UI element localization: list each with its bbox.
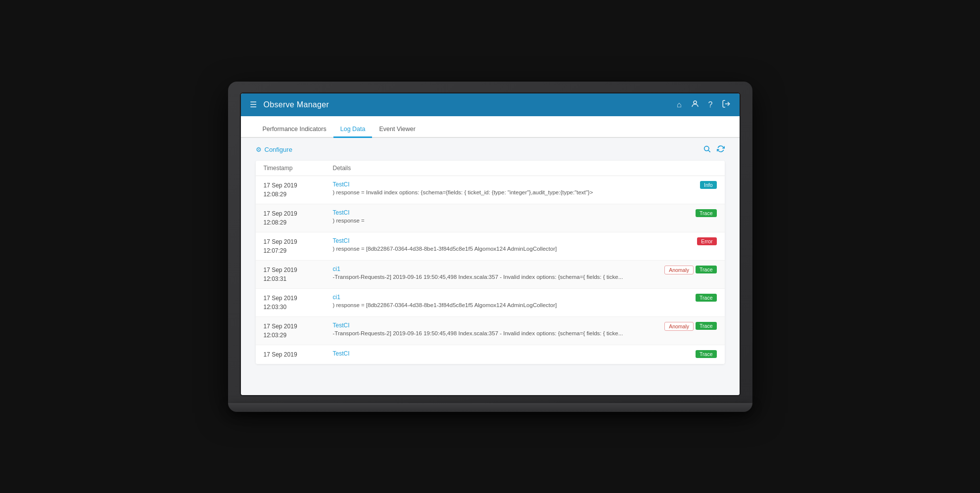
timestamp-cell: 17 Sep 2019 12:07:29 [264,237,333,255]
table-row: 17 Sep 2019 12:03:30 ci1 ) response = [8… [256,289,725,317]
hamburger-menu-icon[interactable]: ☰ [250,100,257,109]
top-navigation: ☰ Observe Manager ⌂ ? [241,93,740,116]
timestamp-time: 12:03:30 [264,303,333,312]
timestamp-cell: 17 Sep 2019 12:03:29 [264,322,333,340]
details-cell: ci1 ) response = [8db22867-0364-4d38-8be… [333,294,657,309]
timestamp-date: 17 Sep 2019 [264,322,333,331]
details-text: ) response = [333,218,365,224]
table-row: 17 Sep 2019 TestCI Trace [256,345,725,364]
timestamp-date: 17 Sep 2019 [264,209,333,218]
logout-icon[interactable] [722,99,731,110]
home-icon[interactable]: ⌂ [677,100,682,109]
col-badges [667,165,717,172]
details-text: -Transport-Requests-2] 2019-09-16 19:50:… [333,330,623,336]
refresh-icon[interactable] [717,145,725,155]
details-cell: TestCI ) response = [333,209,657,224]
table-row: 17 Sep 2019 12:03:31 ci1 -Transport-Requ… [256,261,725,289]
details-text: ) response = [8db22867-0364-4d38-8be1-3f… [333,246,557,252]
table-row: 17 Sep 2019 12:08:29 TestCI ) response =… [256,204,725,232]
table-row: 17 Sep 2019 12:08:29 TestCI ) response =… [256,176,725,204]
details-link[interactable]: ci1 [333,266,652,272]
badge-anomaly: Anomaly [664,266,694,274]
badge-trace: Trace [696,322,716,330]
laptop-base [228,403,752,412]
badge-cell: AnomalyTrace [657,322,717,331]
log-table: Timestamp Details 17 Sep 2019 12:08:29 T… [256,161,725,364]
timestamp-cell: 17 Sep 2019 12:08:29 [264,181,333,199]
badge-error: Error [697,237,716,245]
content-area: ⚙ Configure [241,138,740,395]
badge-cell: AnomalyTrace [657,266,717,274]
configure-button[interactable]: ⚙ Configure [256,146,292,153]
badge-cell: Info [657,181,717,189]
toolbar: ⚙ Configure [256,145,725,155]
tab-event-viewer[interactable]: Event Viewer [372,121,422,138]
details-cell: TestCI [333,350,657,358]
details-cell: ci1 -Transport-Requests-2] 2019-09-16 19… [333,266,657,280]
svg-point-0 [694,101,697,104]
badge-cell: Error [657,237,717,245]
details-link[interactable]: TestCI [333,350,652,357]
details-link[interactable]: TestCI [333,181,652,188]
timestamp-cell: 17 Sep 2019 12:03:31 [264,266,333,283]
details-text: ) response = Invalid index options: {sch… [333,189,593,195]
tab-log-data[interactable]: Log Data [333,121,373,138]
details-cell: TestCI ) response = Invalid index option… [333,181,657,196]
timestamp-cell: 17 Sep 2019 [264,350,333,359]
badge-trace: Trace [696,266,716,273]
badge-cell: Trace [657,209,717,217]
timestamp-time: 12:07:29 [264,246,333,255]
details-text: -Transport-Requests-2] 2019-09-16 19:50:… [333,274,623,280]
badge-trace: Trace [696,294,716,302]
details-link[interactable]: ci1 [333,294,652,301]
table-row: 17 Sep 2019 12:03:29 TestCI -Transport-R… [256,317,725,345]
badge-info: Info [700,181,717,189]
details-cell: TestCI -Transport-Requests-2] 2019-09-16… [333,322,657,337]
timestamp-time: 12:03:29 [264,331,333,340]
badge-cell: Trace [657,294,717,302]
timestamp-cell: 17 Sep 2019 12:03:30 [264,294,333,312]
timestamp-date: 17 Sep 2019 [264,237,333,246]
timestamp-date: 17 Sep 2019 [264,181,333,190]
timestamp-date: 17 Sep 2019 [264,266,333,274]
search-icon[interactable] [703,145,711,155]
badge-cell: Trace [657,350,717,358]
timestamp-time: 12:03:31 [264,274,333,283]
badge-trace: Trace [696,209,716,217]
svg-point-2 [704,146,708,150]
help-icon[interactable]: ? [708,100,713,109]
table-header: Timestamp Details [256,161,725,176]
tab-bar: Performance Indicators Log Data Event Vi… [241,116,740,138]
timestamp-date: 17 Sep 2019 [264,294,333,303]
timestamp-cell: 17 Sep 2019 12:08:29 [264,209,333,227]
svg-line-3 [708,150,710,152]
tab-performance-indicators[interactable]: Performance Indicators [256,121,333,138]
configure-label: Configure [265,146,292,153]
table-row: 17 Sep 2019 12:07:29 TestCI ) response =… [256,232,725,261]
gear-icon: ⚙ [256,146,262,153]
col-details: Details [333,165,667,172]
badge-anomaly: Anomaly [664,322,694,331]
timestamp-date: 17 Sep 2019 [264,350,333,359]
details-link[interactable]: TestCI [333,322,652,329]
details-link[interactable]: TestCI [333,237,652,244]
badge-trace: Trace [696,350,716,358]
timestamp-time: 12:08:29 [264,190,333,199]
details-link[interactable]: TestCI [333,209,652,216]
timestamp-time: 12:08:29 [264,218,333,227]
details-cell: TestCI ) response = [8db22867-0364-4d38-… [333,237,657,252]
col-timestamp: Timestamp [264,165,333,172]
details-text: ) response = [8db22867-0364-4d38-8be1-3f… [333,302,557,308]
app-title: Observe Manager [264,100,329,109]
user-icon[interactable] [691,99,700,110]
